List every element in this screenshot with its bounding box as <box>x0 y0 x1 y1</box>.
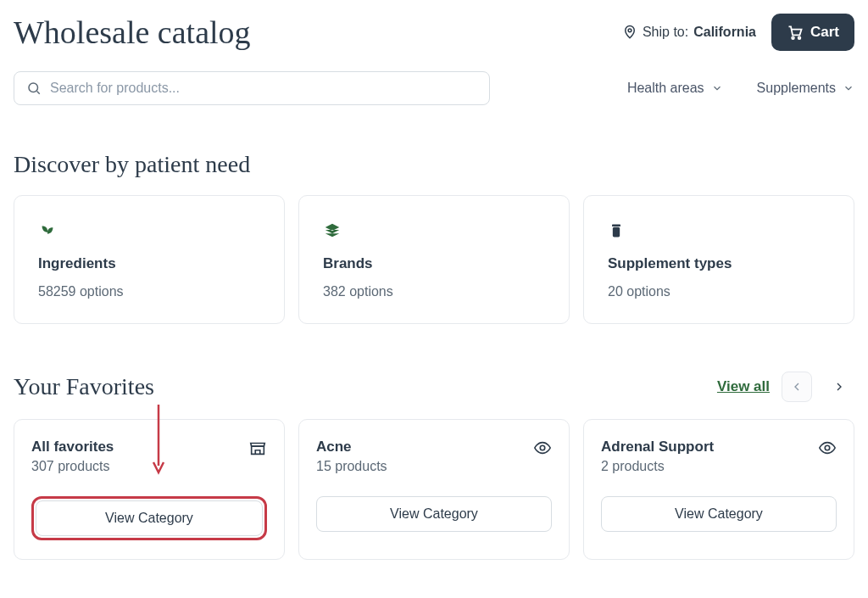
favorite-card-subtitle: 2 products <box>601 459 714 474</box>
need-card-title: Brands <box>323 255 545 272</box>
eye-icon <box>818 439 837 457</box>
svg-point-8 <box>825 445 830 450</box>
carousel-prev-button[interactable] <box>782 372 812 402</box>
discover-heading: Discover by patient need <box>14 151 854 178</box>
need-card-title: Supplement types <box>608 255 830 272</box>
nav-health-areas[interactable]: Health areas <box>627 81 723 96</box>
svg-rect-5 <box>612 225 620 227</box>
favorite-card-all: All favorites 307 products View Category <box>14 419 285 560</box>
ship-to-region: California <box>693 25 756 40</box>
location-pin-icon <box>622 25 637 40</box>
carousel-next-button[interactable] <box>824 372 854 402</box>
eye-icon <box>533 439 552 457</box>
search-icon <box>26 81 42 96</box>
svg-point-0 <box>628 29 632 32</box>
nav-health-areas-label: Health areas <box>627 81 704 96</box>
favorite-card-adrenal: Adrenal Support 2 products View Category <box>583 419 854 560</box>
cart-button[interactable]: Cart <box>771 14 854 51</box>
favorite-card-title: Adrenal Support <box>601 439 714 455</box>
search-box[interactable] <box>14 71 490 105</box>
highlight-annotation: View Category <box>31 496 267 540</box>
svg-point-7 <box>540 445 545 450</box>
favorite-card-title: All favorites <box>31 439 114 455</box>
view-all-link[interactable]: View all <box>717 378 770 395</box>
ship-to-selector[interactable]: Ship to: California <box>622 25 756 40</box>
page-title: Wholesale catalog <box>14 14 251 51</box>
nav-supplements-label: Supplements <box>757 81 836 96</box>
chevron-down-icon <box>711 82 723 94</box>
svg-point-1 <box>792 36 794 39</box>
view-category-button[interactable]: View Category <box>36 500 263 536</box>
svg-rect-4 <box>613 227 620 238</box>
need-card-title: Ingredients <box>38 255 260 272</box>
need-card-subtitle: 382 options <box>323 284 545 299</box>
nav-supplements[interactable]: Supplements <box>757 81 854 96</box>
cart-icon <box>787 24 804 41</box>
search-input[interactable] <box>50 81 477 96</box>
svg-point-3 <box>29 83 38 92</box>
jar-icon <box>608 221 830 240</box>
seedling-icon <box>38 221 260 240</box>
favorite-card-acne: Acne 15 products View Category <box>298 419 570 560</box>
favorite-card-title: Acne <box>316 439 387 455</box>
favorite-card-subtitle: 307 products <box>31 459 114 474</box>
chevron-right-icon <box>832 380 846 394</box>
storefront-icon <box>248 439 267 457</box>
need-card-brands[interactable]: Brands 382 options <box>298 195 570 324</box>
ship-to-prefix: Ship to: <box>643 25 688 40</box>
cart-label: Cart <box>810 24 839 41</box>
need-card-ingredients[interactable]: Ingredients 58259 options <box>14 195 285 324</box>
need-card-subtitle: 20 options <box>608 284 830 299</box>
chevron-left-icon <box>790 380 804 394</box>
layers-icon <box>323 221 545 240</box>
view-category-button[interactable]: View Category <box>601 496 837 532</box>
need-card-subtitle: 58259 options <box>38 284 260 299</box>
need-card-supplement-types[interactable]: Supplement types 20 options <box>583 195 854 324</box>
chevron-down-icon <box>843 82 854 94</box>
favorite-card-subtitle: 15 products <box>316 459 387 474</box>
view-category-button[interactable]: View Category <box>316 496 552 532</box>
favorites-heading: Your Favorites <box>14 373 154 400</box>
svg-point-2 <box>798 36 801 39</box>
